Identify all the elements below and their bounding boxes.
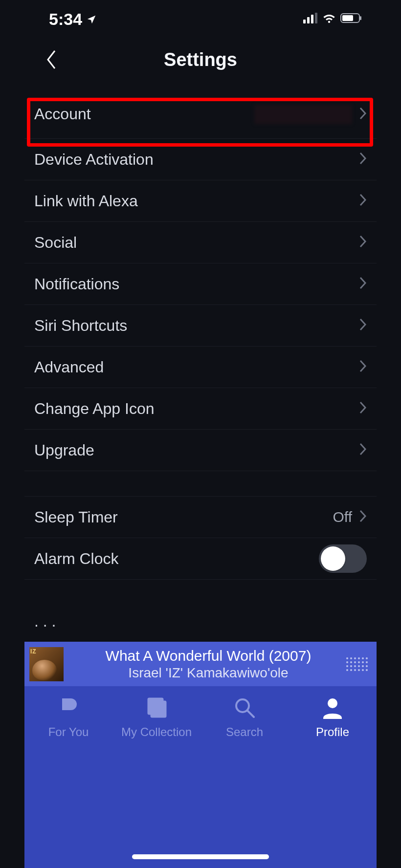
row-label: Social (34, 234, 359, 252)
row-account[interactable]: Account (24, 90, 377, 139)
tab-bar: For You My Collection Search Profile (24, 686, 377, 868)
svg-rect-6 (360, 16, 361, 20)
row-notifications[interactable]: Notifications (24, 263, 377, 305)
section-gap (24, 471, 377, 497)
album-art[interactable] (29, 647, 64, 681)
svg-rect-2 (311, 15, 313, 23)
settings-list: Account Device Activation Link with Alex… (24, 90, 377, 629)
row-upgrade[interactable]: Upgrade (24, 430, 377, 471)
chevron-right-icon (359, 152, 367, 167)
chevron-right-icon (359, 276, 367, 292)
battery-icon (340, 13, 362, 25)
track-title: What A Wonderful World (2007) (70, 648, 346, 664)
track-artist: Israel 'IZ' Kamakawiwo'ole (70, 665, 346, 681)
row-value-account-redacted (254, 105, 352, 124)
tab-my-collection[interactable]: My Collection (112, 695, 200, 868)
back-button[interactable] (39, 48, 63, 71)
my-collection-icon (144, 695, 169, 720)
cellular-signal-icon (303, 13, 318, 25)
row-label: Device Activation (34, 151, 359, 169)
row-label: Siri Shortcuts (34, 317, 359, 335)
search-icon (232, 695, 257, 720)
page-title: Settings (164, 49, 237, 70)
row-link-alexa[interactable]: Link with Alexa (24, 180, 377, 222)
chevron-right-icon (359, 401, 367, 416)
for-you-icon (56, 695, 81, 720)
row-alarm-clock[interactable]: Alarm Clock (24, 538, 377, 580)
row-label: Sleep Timer (34, 508, 333, 526)
chevron-right-icon (359, 509, 367, 525)
svg-rect-5 (342, 15, 353, 21)
row-device-activation[interactable]: Device Activation (24, 139, 377, 180)
chevron-right-icon (359, 235, 367, 250)
toggle-knob (321, 546, 345, 571)
row-label: Advanced (34, 358, 359, 376)
wifi-icon (322, 13, 336, 25)
row-partial[interactable]: · · · (24, 613, 377, 629)
location-icon (86, 10, 97, 29)
row-label: Change App Icon (34, 400, 359, 418)
alarm-clock-toggle[interactable] (319, 544, 367, 573)
tab-search[interactable]: Search (200, 695, 289, 868)
chevron-right-icon (359, 359, 367, 375)
row-advanced[interactable]: Advanced (24, 347, 377, 388)
status-bar: 5:34 (24, 0, 377, 29)
tab-profile[interactable]: Profile (289, 695, 377, 868)
tab-label: For You (48, 725, 89, 739)
more-options-icon[interactable] (346, 656, 368, 673)
status-time: 5:34 (49, 10, 82, 29)
svg-rect-3 (315, 13, 317, 23)
row-label: · · · (34, 621, 367, 629)
track-meta[interactable]: What A Wonderful World (2007) Israel 'IZ… (70, 648, 346, 681)
row-social[interactable]: Social (24, 222, 377, 263)
tab-label: Search (226, 725, 263, 739)
row-label: Link with Alexa (34, 192, 359, 210)
row-label: Alarm Clock (34, 550, 319, 568)
app-header: Settings (24, 29, 377, 90)
tab-label: Profile (316, 725, 349, 739)
section-gap (24, 580, 377, 613)
row-change-app-icon[interactable]: Change App Icon (24, 388, 377, 430)
home-indicator[interactable] (132, 854, 269, 859)
tab-for-you[interactable]: For You (24, 695, 112, 868)
row-siri-shortcuts[interactable]: Siri Shortcuts (24, 305, 377, 347)
row-label: Account (34, 105, 254, 123)
now-playing-bar[interactable]: What A Wonderful World (2007) Israel 'IZ… (24, 642, 377, 686)
status-left: 5:34 (49, 10, 97, 29)
svg-rect-0 (303, 20, 306, 23)
status-right (303, 13, 362, 25)
chevron-right-icon (359, 193, 367, 209)
profile-icon (320, 695, 345, 720)
chevron-right-icon (359, 442, 367, 458)
row-sleep-timer[interactable]: Sleep Timer Off (24, 497, 377, 538)
row-value: Off (333, 509, 352, 525)
chevron-right-icon (359, 107, 367, 122)
row-label: Notifications (34, 275, 359, 293)
tab-label: My Collection (121, 725, 192, 739)
row-label: Upgrade (34, 441, 359, 459)
svg-rect-1 (307, 17, 310, 23)
chevron-right-icon (359, 318, 367, 333)
svg-line-10 (247, 711, 254, 717)
svg-point-11 (328, 698, 337, 708)
